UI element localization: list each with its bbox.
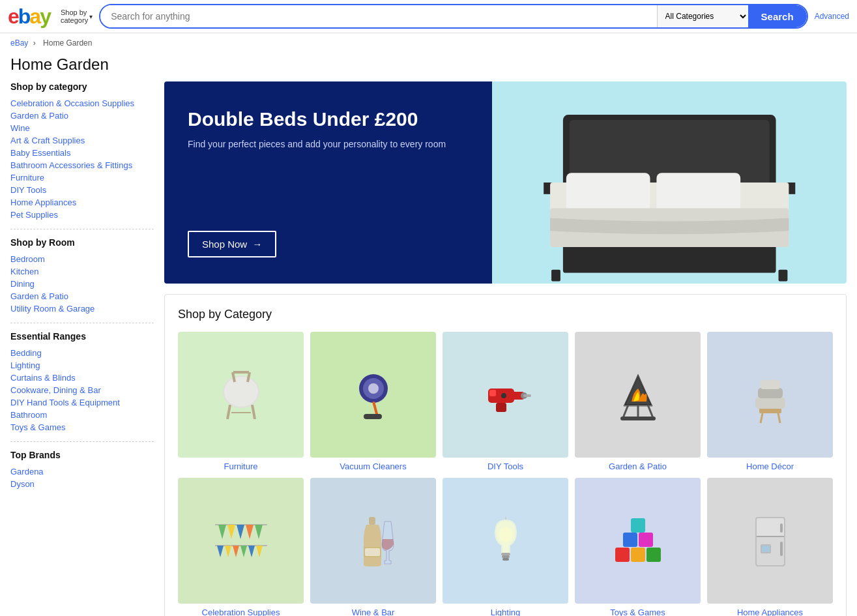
category-item-celebration[interactable]: Celebration Supplies	[178, 478, 304, 616]
shop-now-label: Shop Now	[202, 239, 247, 250]
sidebar-item-kitchen[interactable]: Kitchen	[10, 265, 154, 278]
svg-rect-65	[646, 548, 661, 562]
svg-rect-36	[759, 408, 781, 413]
category-grid-row1: Furniture	[178, 332, 833, 471]
sidebar-item-dyson[interactable]: Dyson	[10, 478, 154, 490]
svg-rect-27	[496, 403, 506, 412]
svg-rect-64	[631, 548, 645, 562]
svg-rect-55	[369, 517, 375, 525]
sidebar-section-title-essential: Essential Ranges	[10, 331, 154, 342]
svg-marker-51	[233, 546, 239, 557]
svg-marker-50	[225, 546, 231, 557]
svg-line-33	[648, 405, 653, 418]
shop-category-button[interactable]: Shop bycategory	[61, 8, 93, 24]
svg-rect-57	[365, 548, 380, 556]
sidebar-item-celebration[interactable]: Celebration & Occasion Supplies	[10, 97, 154, 110]
search-button[interactable]: Search	[748, 5, 807, 27]
sidebar-item-toys-games[interactable]: Toys & Games	[10, 421, 154, 433]
search-input[interactable]	[100, 5, 656, 27]
sidebar-divider-2	[10, 323, 154, 323]
sidebar-section-category: Shop by category Celebration & Occasion …	[10, 81, 154, 221]
sidebar-item-wine[interactable]: Wine	[10, 122, 154, 134]
sidebar-section-room: Shop by Room Bedroom Kitchen Dining Gard…	[10, 237, 154, 315]
sidebar-item-furniture[interactable]: Furniture	[10, 171, 154, 184]
sidebar-item-pet-supplies[interactable]: Pet Supplies	[10, 209, 154, 221]
advanced-link[interactable]: Advanced	[815, 12, 849, 21]
category-label-decor: Home Décor	[746, 462, 794, 471]
sidebar-item-garden-patio-room[interactable]: Garden & Patio	[10, 290, 154, 302]
sidebar-item-home-appliances[interactable]: Home Appliances	[10, 196, 154, 209]
svg-rect-6	[656, 173, 740, 211]
svg-marker-43	[218, 525, 226, 539]
sidebar-item-utility-room[interactable]: Utility Room & Garage	[10, 302, 154, 315]
svg-rect-8	[551, 270, 560, 282]
category-item-decor[interactable]: Home Décor	[707, 332, 833, 471]
ebay-logo[interactable]: ebay	[8, 5, 50, 29]
category-item-garden[interactable]: Garden & Patio	[575, 332, 701, 471]
svg-rect-71	[757, 518, 784, 536]
breadcrumb: eBay › Home Garden	[0, 33, 857, 53]
svg-rect-35	[620, 417, 656, 420]
sidebar-item-baby[interactable]: Baby Essentials	[10, 147, 154, 159]
logo-a: a	[29, 5, 40, 28]
category-select[interactable]: All Categories Home & Garden Electronics…	[657, 5, 748, 27]
vacuum-icon	[344, 366, 403, 424]
svg-rect-41	[761, 380, 780, 389]
furniture-icon	[212, 366, 270, 424]
sidebar-divider-1	[10, 229, 154, 229]
lighting-icon	[476, 512, 535, 570]
svg-rect-67	[639, 533, 653, 547]
svg-rect-40	[758, 388, 783, 398]
category-label-lighting: Lighting	[491, 608, 521, 616]
sidebar-item-bedroom[interactable]: Bedroom	[10, 253, 154, 265]
sidebar-item-bedding[interactable]: Bedding	[10, 347, 154, 359]
sidebar-section-brands: Top Brands Gardena Dyson	[10, 450, 154, 490]
category-section: Shop by Category	[164, 294, 847, 616]
svg-rect-39	[755, 397, 785, 409]
svg-line-12	[252, 405, 255, 419]
category-item-wine[interactable]: Wine & Bar	[310, 478, 436, 616]
category-label-vacuum: Vacuum Cleaners	[340, 462, 406, 471]
category-item-toys[interactable]: Toys & Games	[575, 478, 701, 616]
garden-icon	[609, 366, 667, 424]
category-label-furniture: Furniture	[224, 462, 257, 471]
sidebar-item-bathroom-acc[interactable]: Bathroom Accessories & Fittings	[10, 159, 154, 171]
search-bar: All Categories Home & Garden Electronics…	[99, 4, 807, 29]
hero-shop-now-button[interactable]: Shop Now →	[188, 231, 276, 257]
sidebar-item-lighting[interactable]: Lighting	[10, 359, 154, 372]
category-section-title: Shop by Category	[178, 308, 833, 321]
svg-point-20	[368, 383, 379, 394]
breadcrumb-ebay[interactable]: eBay	[10, 38, 28, 48]
svg-rect-63	[615, 548, 630, 562]
svg-line-32	[623, 405, 628, 418]
sidebar-item-art-craft[interactable]: Art & Craft Supplies	[10, 134, 154, 147]
category-item-diy[interactable]: DIY Tools	[443, 332, 568, 471]
svg-point-14	[224, 377, 258, 407]
sidebar-item-garden-patio[interactable]: Garden & Patio	[10, 110, 154, 122]
logo-e: e	[8, 5, 18, 28]
sidebar-item-diy-tools[interactable]: DIY Tools	[10, 184, 154, 196]
sidebar-item-curtains[interactable]: Curtains & Blinds	[10, 372, 154, 384]
sidebar-item-diy-hand-tools[interactable]: DIY Hand Tools & Equipment	[10, 396, 154, 409]
header: ebay Shop bycategory All Categories Home…	[0, 0, 857, 33]
sidebar-item-bathroom[interactable]: Bathroom	[10, 409, 154, 421]
sidebar-item-dining[interactable]: Dining	[10, 278, 154, 290]
svg-rect-5	[566, 173, 650, 211]
sidebar-section-title-category: Shop by category	[10, 81, 154, 92]
category-item-furniture[interactable]: Furniture	[178, 332, 304, 471]
sidebar: Shop by category Celebration & Occasion …	[10, 81, 154, 616]
category-label-wine: Wine & Bar	[352, 608, 395, 616]
hero-subtitle: Find your perfect pieces and add your pe…	[188, 139, 469, 149]
category-item-vacuum[interactable]: Vacuum Cleaners	[310, 332, 436, 471]
category-item-appliances[interactable]: Home Appliances	[707, 478, 833, 616]
sidebar-item-gardena[interactable]: Gardena	[10, 465, 154, 478]
sidebar-item-cookware[interactable]: Cookware, Dining & Bar	[10, 384, 154, 396]
arrow-icon: →	[252, 239, 262, 250]
logo-b: b	[18, 5, 30, 28]
category-item-lighting[interactable]: Lighting	[443, 478, 568, 616]
breadcrumb-separator: ›	[33, 38, 38, 48]
toys-icon	[609, 512, 667, 570]
svg-rect-66	[623, 533, 637, 547]
hero-left: Double Beds Under £200 Find your perfect…	[164, 81, 492, 284]
svg-rect-28	[489, 390, 496, 396]
